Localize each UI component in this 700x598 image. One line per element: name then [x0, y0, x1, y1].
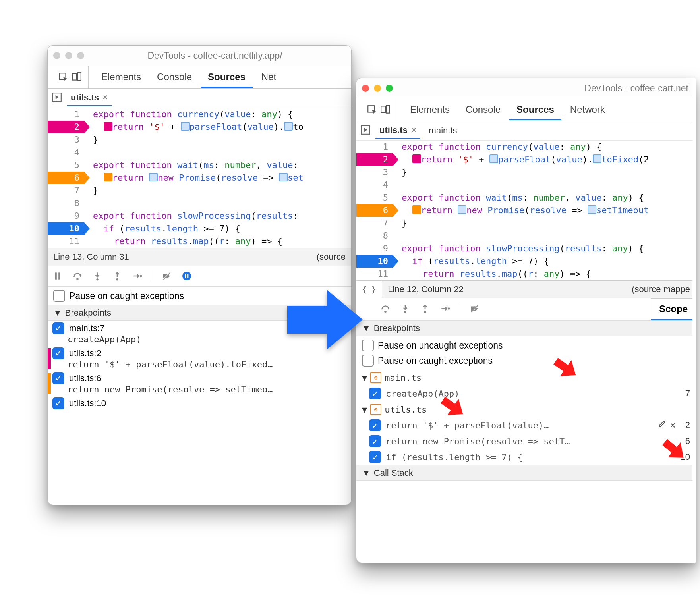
source-map-status: (source [317, 252, 346, 262]
checkbox-checked[interactable]: ✓ [369, 435, 381, 447]
breakpoint-code: return '$' + parseFloat(value).toFixed… [52, 359, 346, 369]
breakpoints-section-header[interactable]: ▼ Breakpoints [356, 320, 696, 336]
close-icon[interactable]: × [412, 125, 416, 135]
checkbox-checked[interactable]: ✓ [52, 322, 64, 334]
tab-elements[interactable]: Elements [94, 67, 148, 88]
breakpoint-file-group[interactable]: ▼⊙utils.ts [356, 401, 696, 417]
tab-network[interactable]: Network [563, 99, 612, 120]
devtools-window-after: DevTools - coffee-cart.net Elements Cons… [356, 78, 696, 563]
tab-network[interactable]: Net [254, 67, 283, 88]
step-icon[interactable] [132, 271, 142, 281]
tab-sources[interactable]: Sources [201, 67, 253, 88]
breakpoint-file-group[interactable]: ▼⊙main.ts [356, 370, 696, 386]
breakpoint-code: return new Promise(resolve => setT… [386, 436, 676, 446]
breakpoint-item[interactable]: ✓if (results.length >= 7) {10 [356, 449, 696, 465]
breakpoint-code: return new Promise(resolve => setTimeo… [52, 384, 346, 394]
pause-exceptions-icon[interactable] [182, 271, 192, 281]
checkbox-checked[interactable]: ✓ [369, 419, 381, 431]
pause-on-caught-row[interactable]: Pause on caught exceptions [356, 355, 696, 370]
checkbox-checked[interactable]: ✓ [369, 388, 381, 399]
file-tab-utils[interactable]: utils.ts × [67, 90, 112, 106]
svg-rect-2 [77, 73, 81, 81]
step-out-icon[interactable] [420, 303, 430, 314]
ts-file-icon: ⊙ [370, 404, 381, 415]
file-tab-label: utils.ts [379, 125, 408, 135]
breakpoint-code: createApp(App) [386, 389, 676, 399]
checkbox-checked[interactable]: ✓ [369, 451, 381, 463]
breakpoint-item[interactable]: ✓createApp(App)7 [356, 386, 696, 401]
breakpoint-item[interactable]: ✓utils.ts:6return new Promise(resolve =>… [48, 371, 351, 396]
traffic-lights[interactable] [53, 52, 84, 59]
tab-elements[interactable]: Elements [403, 99, 457, 120]
step-icon[interactable] [440, 303, 450, 314]
breakpoint-file: utils.ts:6 [69, 373, 101, 384]
tab-scope[interactable]: Scope [651, 298, 696, 320]
cursor-position: Line 12, Column 22 [388, 284, 464, 295]
close-icon[interactable]: × [103, 93, 108, 102]
breakpoints-title: Breakpoints [65, 308, 111, 318]
code-editor[interactable]: 1export function currency(value: any) {⋯… [356, 141, 696, 280]
pause-on-uncaught-row[interactable]: Pause on uncaught exceptions [356, 336, 696, 355]
code-editor[interactable]: 1export function currency(value: any) {⋯… [48, 108, 351, 248]
chevron-down-icon: ▼ [362, 468, 371, 478]
devtools-window-before: DevTools - coffee-cart.netlify.app/ Elem… [47, 45, 352, 505]
file-tab-bar: utils.ts × main.ts [356, 121, 696, 141]
inspect-tools[interactable] [360, 98, 397, 121]
file-tab-utils[interactable]: utils.ts × [375, 123, 420, 139]
svg-rect-14 [187, 274, 188, 278]
tab-console[interactable]: Console [458, 99, 508, 120]
breakpoint-item[interactable]: ✓return new Promise(resolve => setT…6 [356, 433, 696, 449]
breakpoint-code: if (results.length >= 7) { [386, 452, 671, 462]
devtools-tabs: Elements Console Sources Net [48, 66, 351, 89]
checkbox-checked[interactable]: ✓ [52, 347, 64, 359]
tab-sources[interactable]: Sources [509, 99, 561, 120]
pause-icon[interactable] [52, 271, 63, 281]
transition-arrow-icon [283, 286, 367, 355]
inspect-tools[interactable] [52, 66, 89, 88]
ts-file-icon: ⊙ [370, 372, 381, 383]
breakpoint-file: utils.ts:10 [69, 398, 106, 409]
deactivate-breakpoints-icon[interactable] [470, 303, 480, 314]
deactivate-breakpoints-icon[interactable] [162, 271, 172, 281]
file-tab-main[interactable]: main.ts [425, 123, 461, 138]
navigator-icon[interactable] [52, 92, 62, 104]
svg-rect-16 [381, 106, 385, 112]
file-name: main.ts [385, 373, 422, 383]
window-title: DevTools - coffee-cart.netlify.app/ [84, 50, 346, 61]
step-into-icon[interactable] [400, 303, 410, 314]
title-bar[interactable]: DevTools - coffee-cart.net [356, 78, 696, 98]
chevron-down-icon: ▼ [362, 405, 367, 415]
callstack-title: Call Stack [374, 468, 413, 478]
svg-point-19 [384, 311, 386, 313]
file-tab-label: main.ts [429, 125, 457, 136]
breakpoint-item[interactable]: ✓utils.ts:10 [48, 396, 351, 411]
edit-icon[interactable] [658, 420, 667, 428]
step-over-icon[interactable] [380, 303, 391, 314]
navigator-icon[interactable] [360, 125, 371, 137]
debugger-toolbar [48, 266, 351, 287]
svg-point-12 [182, 272, 191, 280]
checkbox-unchecked[interactable] [362, 355, 374, 367]
svg-point-9 [140, 275, 142, 277]
pause-on-caught-label: Pause on caught exceptions [69, 291, 184, 301]
pause-on-uncaught-label: Pause on uncaught exceptions [378, 340, 503, 351]
callstack-section-header[interactable]: ▼ Call Stack [356, 465, 696, 481]
breakpoint-item[interactable]: ✓return '$' + parseFloat(value)…×2 [356, 417, 696, 433]
step-out-icon[interactable] [112, 271, 122, 281]
devtools-tabs: Elements Console Sources Network [356, 98, 696, 121]
step-into-icon[interactable] [92, 271, 102, 281]
svg-point-8 [116, 278, 118, 280]
debugger-toolbar [356, 298, 651, 319]
checkbox-checked[interactable]: ✓ [52, 397, 64, 409]
checkbox-unchecked[interactable] [53, 290, 65, 302]
svg-rect-1 [72, 73, 77, 80]
title-bar[interactable]: DevTools - coffee-cart.netlify.app/ [48, 46, 351, 66]
svg-rect-13 [185, 274, 186, 278]
breakpoint-line: 2 [681, 420, 690, 430]
checkbox-checked[interactable]: ✓ [52, 372, 64, 384]
step-over-icon[interactable] [72, 271, 83, 281]
tab-console[interactable]: Console [150, 67, 199, 88]
traffic-lights[interactable] [362, 85, 393, 92]
device-toggle-icon [72, 72, 82, 82]
inspect-element-icon [58, 72, 68, 82]
